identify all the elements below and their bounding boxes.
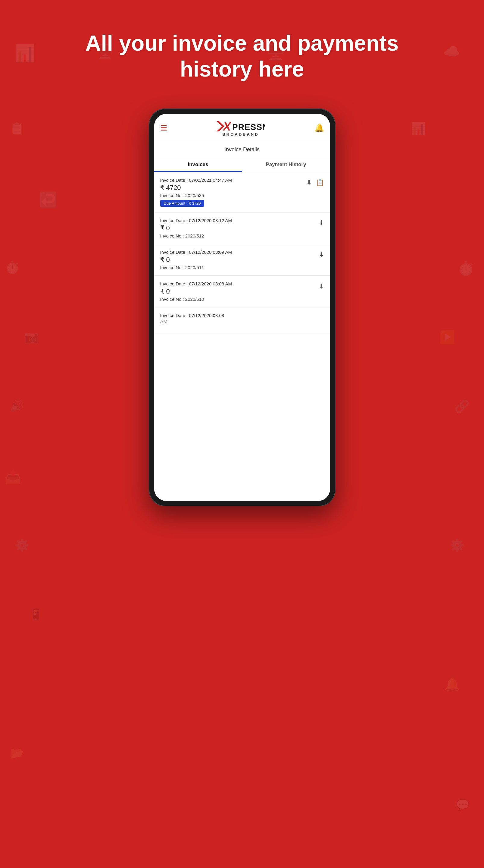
menu-icon[interactable]: ☰ [160, 123, 167, 133]
invoice-amount-4: ₹ 0 [160, 287, 324, 296]
logo-broadband: BROADBAND [222, 132, 259, 136]
brand-logo-svg: X PRESSNET [217, 119, 265, 133]
clip-icon-1[interactable]: 📋 [316, 179, 324, 187]
invoice-date-3: Invoice Date : 07/12/2020 03:09 AM [160, 250, 324, 255]
logo-container: X PRESSNET BROADBAND [217, 119, 265, 136]
invoice-date-4: Invoice Date : 07/12/2020 03:08 AM [160, 281, 324, 286]
invoice-item-3: Invoice Date : 07/12/2020 03:09 AM ₹ 0 I… [154, 244, 330, 276]
tab-invoices[interactable]: Invoices [154, 157, 242, 172]
tabs-container: Invoices Payment History [154, 157, 330, 172]
headline: All your invoice and payments history he… [0, 30, 484, 82]
invoice-date-5: Invoice Date : 07/12/2020 03:08 [160, 313, 324, 318]
invoice-actions-2: ⬇ [319, 219, 324, 227]
invoice-item-4: Invoice Date : 07/12/2020 03:08 AM ₹ 0 I… [154, 276, 330, 307]
invoice-amount-2: ₹ 0 [160, 224, 324, 232]
phone-frame: ☰ X PRESSNET BROADBAND 🔔 In [149, 108, 335, 506]
invoice-amount-3: ₹ 0 [160, 256, 324, 264]
download-icon-3[interactable]: ⬇ [319, 251, 324, 258]
due-badge-1: Due Amount : ₹ 3720 [160, 200, 204, 207]
invoice-no-1: Invoice No : 2020/535 [160, 193, 324, 198]
tab-payment-history[interactable]: Payment History [242, 157, 330, 172]
app-header: ☰ X PRESSNET BROADBAND 🔔 [154, 114, 330, 142]
invoice-amount-5: AM [160, 319, 324, 324]
invoice-date-1: Invoice Date : 07/02/2021 04:47 AM [160, 178, 324, 183]
invoice-actions-3: ⬇ [319, 251, 324, 258]
invoice-list: Invoice Date : 07/02/2021 04:47 AM ₹ 472… [154, 172, 330, 501]
logo-brand: X PRESSNET [217, 119, 265, 133]
bell-icon[interactable]: 🔔 [315, 123, 324, 133]
download-icon-1[interactable]: ⬇ [306, 179, 312, 187]
headline-line1: All your invoice and payments [85, 31, 398, 55]
invoice-item-5: Invoice Date : 07/12/2020 03:08 AM [154, 307, 330, 335]
headline-line2: history here [180, 57, 304, 81]
svg-text:PRESSNET: PRESSNET [232, 122, 265, 132]
phone-screen: ☰ X PRESSNET BROADBAND 🔔 In [154, 114, 330, 501]
invoice-actions-1: ⬇ 📋 [306, 179, 324, 187]
download-icon-2[interactable]: ⬇ [319, 219, 324, 227]
invoice-actions-4: ⬇ [319, 282, 324, 290]
invoice-item-2: Invoice Date : 07/12/2020 03:12 AM ₹ 0 I… [154, 213, 330, 244]
invoice-amount-1: ₹ 4720 [160, 184, 324, 192]
invoice-no-4: Invoice No : 2020/510 [160, 297, 324, 302]
invoice-no-3: Invoice No : 2020/511 [160, 265, 324, 270]
invoice-no-2: Invoice No : 2020/512 [160, 233, 324, 239]
download-icon-4[interactable]: ⬇ [319, 282, 324, 290]
invoice-item-1: Invoice Date : 07/02/2021 04:47 AM ₹ 472… [154, 172, 330, 213]
svg-text:X: X [223, 120, 232, 133]
page-title: Invoice Details [154, 142, 330, 157]
invoice-date-2: Invoice Date : 07/12/2020 03:12 AM [160, 218, 324, 223]
